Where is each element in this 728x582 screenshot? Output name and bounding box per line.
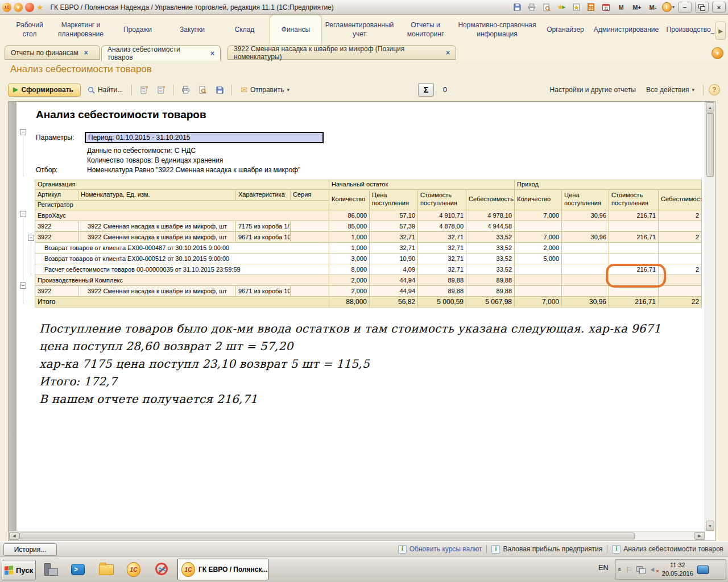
horizontal-scroll-thumb[interactable]: [19, 533, 635, 539]
volume-muted-icon[interactable]: ◄×: [649, 566, 658, 573]
section-administration[interactable]: Администрирование: [590, 15, 662, 44]
period-cell[interactable]: Период: 01.10.2015 - 31.10.2015: [85, 132, 324, 143]
history-button[interactable]: История...: [3, 543, 57, 556]
col-header-costprice-opening: Себестоимость: [466, 189, 515, 210]
tab-nomenclature-item[interactable]: 3922 Сменная насадка к швабре из микроф …: [228, 45, 456, 60]
cell: 216,71: [609, 231, 659, 242]
quicklaunch-devices-icon[interactable]: [41, 560, 60, 579]
section-warehouse[interactable]: Склад: [220, 15, 270, 44]
memory-m-minus-button[interactable]: M-: [646, 4, 660, 11]
show-desktop-button[interactable]: [697, 566, 709, 574]
quicklaunch-snipping-tool-icon[interactable]: ✂: [152, 560, 172, 579]
scroll-right-button[interactable]: ▶: [694, 532, 705, 540]
section-sales[interactable]: Продажи: [110, 15, 165, 44]
scroll-up-button[interactable]: ▲: [706, 102, 714, 113]
generate-button[interactable]: ▶ Сформировать: [8, 84, 81, 97]
section-regulated-accounting[interactable]: Регламентированный учет: [322, 15, 397, 44]
settings-and-reports-button[interactable]: Настройки и другие отчеты: [547, 84, 639, 95]
tab-close-icon[interactable]: ×: [84, 49, 88, 57]
taskbar-task-1c[interactable]: 1С ГК ЕВРО / Полянск...: [177, 559, 268, 580]
calendar-icon[interactable]: 31: [599, 2, 612, 13]
table-row[interactable]: Производственный Комплекс 2,000 44,94 89…: [35, 275, 702, 285]
horizontal-scrollbar[interactable]: ◀ ▶: [9, 531, 705, 541]
collapse-toggle[interactable]: −: [20, 129, 26, 135]
section-reports-monitoring[interactable]: Отчеты и мониторинг: [397, 15, 454, 44]
add-favorite-icon[interactable]: [570, 2, 582, 13]
minimize-button[interactable]: −: [678, 2, 692, 13]
memory-m-button[interactable]: M: [614, 4, 628, 11]
table-row[interactable]: Возврат товаров от клиента EX00-000512 о…: [35, 253, 702, 264]
cell: 1,000: [329, 231, 370, 242]
section-reference-info[interactable]: Нормативно-справочная информация: [454, 15, 540, 44]
collapse-toggle[interactable]: −: [20, 282, 26, 289]
section-purchases[interactable]: Закупки: [165, 15, 220, 44]
cell: 32,71: [418, 253, 466, 264]
chevron-down-icon: ▾: [672, 5, 675, 10]
spreadsheet: Анализ себестоимости товаров Параметры: …: [16, 102, 705, 531]
info-menu-button[interactable]: i ▾: [662, 2, 675, 13]
print-icon[interactable]: [179, 84, 192, 96]
sections-scroll-arrow[interactable]: ▶: [715, 22, 726, 40]
print-preview-icon[interactable]: [540, 2, 553, 13]
system-menu-icon[interactable]: ▾: [14, 3, 23, 12]
tray-expand-icon[interactable]: «: [617, 568, 623, 571]
registrar-cell: Возврат товаров от клиента EX00-000512 о…: [35, 253, 329, 264]
favorites-go-icon[interactable]: ★▶: [555, 2, 568, 13]
close-button[interactable]: ×: [712, 2, 726, 13]
table-row[interactable]: 3922 3922 Сменная насадка к швабре из ми…: [35, 285, 702, 296]
print-preview-icon[interactable]: [196, 84, 209, 96]
cell: 32,71: [370, 242, 418, 253]
tab-cost-analysis[interactable]: Анализ себестоимости товаров ×: [101, 45, 221, 61]
quicklaunch-1c-icon[interactable]: 1С: [124, 560, 143, 579]
collapse-groups-icon[interactable]: [154, 84, 168, 96]
status-link-gross-profit[interactable]: i Валовая прибыль предприятия: [491, 545, 602, 554]
network-icon[interactable]: [636, 566, 645, 573]
action-center-flag-icon[interactable]: ⚐: [626, 566, 632, 574]
section-marketing[interactable]: Маркетинг и планирование: [51, 15, 110, 44]
table-row[interactable]: 3922 3922 Сменная насадка к швабре из ми…: [35, 231, 702, 242]
expand-groups-icon[interactable]: [137, 84, 151, 96]
table-row[interactable]: ЕвроХаус 86,000 57,10 4 910,71 4 978,10 …: [35, 210, 702, 221]
quicklaunch-powershell-icon[interactable]: >: [68, 560, 88, 579]
scroll-down-button[interactable]: ▼: [706, 521, 714, 531]
total-row[interactable]: Итого 88,000 56,82 5 000,59 5 067,98 7,0…: [35, 296, 702, 307]
save-icon[interactable]: [213, 84, 226, 96]
vertical-scrollbar[interactable]: ▲ ▼: [705, 102, 715, 531]
status-link-cost-analysis[interactable]: i Анализ себестоимости товаров: [612, 545, 723, 554]
favorites-star-icon[interactable]: ★: [36, 3, 44, 12]
section-organizer[interactable]: Органайзер: [540, 15, 590, 44]
tab-close-icon[interactable]: ×: [446, 49, 450, 57]
language-indicator[interactable]: EN: [598, 563, 609, 572]
tab-close-icon[interactable]: ×: [210, 49, 214, 57]
tray-clock[interactable]: 11:32 20.05.2016: [662, 561, 693, 578]
tab-finance-reports[interactable]: Отчеты по финансам ×: [5, 45, 100, 60]
status-link-currency[interactable]: i Обновить курсы валют: [398, 545, 482, 554]
collapse-toggle[interactable]: −: [20, 211, 26, 217]
section-finance[interactable]: Финансы: [270, 15, 322, 44]
table-row[interactable]: 3922 3922 Сменная насадка к швабре из ми…: [35, 221, 702, 231]
section-desktop[interactable]: Рабочий стол: [8, 15, 51, 44]
restore-button[interactable]: [695, 2, 709, 13]
print-icon[interactable]: [526, 2, 538, 13]
find-button[interactable]: Найти...: [84, 84, 126, 95]
vertical-scroll-thumb[interactable]: [706, 113, 714, 177]
table-row[interactable]: Возврат товаров от клиента EX00-000487 о…: [35, 242, 702, 253]
all-actions-button[interactable]: Все действия ▾: [643, 84, 698, 95]
send-button[interactable]: ✉ Отправить ▾: [237, 84, 293, 96]
help-button[interactable]: ?: [709, 84, 720, 95]
autosum-button[interactable]: Σ: [418, 83, 434, 97]
start-button[interactable]: Пуск: [2, 560, 36, 580]
window-title: ГК ЕВРО / Полянская Надежда / Управление…: [51, 3, 508, 11]
quicklaunch-explorer-icon[interactable]: [97, 560, 116, 579]
calculator-icon[interactable]: [585, 2, 597, 13]
cell: [515, 275, 562, 285]
record-icon[interactable]: [25, 3, 34, 12]
save-icon[interactable]: [511, 2, 523, 13]
collapse-toggle[interactable]: −: [28, 235, 34, 241]
tabs-overflow-button[interactable]: ▾: [712, 47, 723, 59]
section-production[interactable]: Производство_: [662, 15, 719, 44]
memory-m-plus-button[interactable]: M+: [630, 4, 644, 11]
table-row[interactable]: Расчет себестоимости товаров 00-00000035…: [35, 264, 702, 275]
col-header-series: Серия: [291, 189, 329, 200]
scroll-left-button[interactable]: ◀: [9, 532, 19, 540]
